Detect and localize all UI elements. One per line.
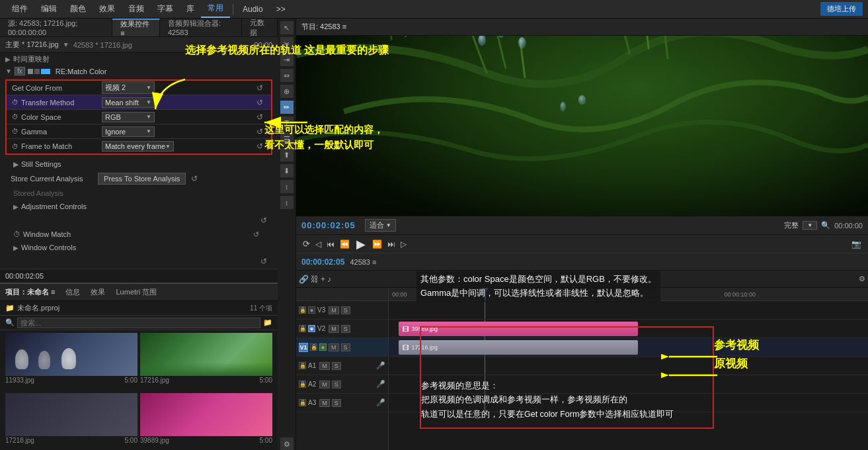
get-color-value[interactable]: 视频 2 ▼ ↺ — [99, 81, 271, 94]
gamma-dropdown[interactable]: Ignore ▼ — [102, 126, 155, 137]
transfer-value[interactable]: Mean shift ▼ ↺ — [99, 97, 271, 108]
v3-m-btn[interactable]: M — [329, 306, 339, 314]
menu-item-common[interactable]: 常用 — [201, 0, 230, 18]
v2-lock[interactable]: 🔒 — [299, 325, 306, 332]
menu-item-audio2[interactable]: Audio — [236, 2, 270, 17]
a3-audio-icon[interactable]: 🎤 — [376, 398, 385, 407]
zoom-icon[interactable]: 🔍 — [821, 221, 830, 230]
tool-camera[interactable]: ⬆ — [280, 148, 294, 161]
tl-btn-link[interactable]: ⛓ — [311, 275, 319, 284]
folder-add-icon[interactable]: 📁 — [263, 318, 272, 327]
v3-vis[interactable]: ● — [308, 306, 315, 314]
btn-camera[interactable]: 📷 — [850, 238, 863, 250]
reset-icon-gamma[interactable]: ↺ — [256, 127, 263, 136]
tab-source[interactable]: 源: 42583; 17216.jpg; 00:00:00:00 — [0, 19, 112, 36]
tab-audio-mixer[interactable]: 音频剪辑混合器: 42583 — [160, 19, 242, 36]
a1-m-btn[interactable]: M — [319, 362, 330, 370]
tool-hand[interactable]: ☰ — [280, 132, 294, 146]
menu-item-audio[interactable]: 音频 — [122, 1, 151, 17]
menu-item-color[interactable]: 颜色 — [63, 1, 93, 17]
btn-mark-in[interactable]: ◁ — [314, 238, 323, 250]
tool-settings[interactable]: ⚙ — [280, 437, 294, 450]
tab-info[interactable]: 信息 — [65, 287, 80, 297]
v2-vis[interactable]: ● — [308, 325, 315, 332]
tab-metadata[interactable]: 元数据 — [242, 19, 278, 36]
tl-btn-add[interactable]: + — [321, 275, 325, 284]
a3-lock[interactable]: 🔒 — [299, 399, 306, 406]
color-space-dropdown[interactable]: RGB ▼ — [102, 112, 155, 122]
v2-s-btn[interactable]: S — [341, 325, 350, 333]
a1-audio-icon[interactable]: 🎤 — [376, 361, 385, 370]
menu-item-edit[interactable]: 编辑 — [34, 1, 63, 17]
btn-play[interactable]: ▶ — [354, 237, 368, 251]
a2-lock[interactable]: 🔒 — [299, 381, 306, 388]
menu-item-groups[interactable]: 组件 — [5, 1, 34, 17]
a2-audio-icon[interactable]: 🎤 — [376, 380, 385, 388]
reset-icon-bottom[interactable]: ↺ — [260, 257, 267, 266]
reset-icon-transfer[interactable]: ↺ — [256, 98, 263, 107]
btn-next-frame[interactable]: ⏭ — [386, 238, 397, 250]
color-space-label: ⏱ Color Space — [7, 113, 99, 121]
upload-button[interactable]: 德培上传 — [820, 2, 863, 16]
btn-loop[interactable]: ⟳ — [301, 238, 311, 250]
tl-btn-settings[interactable]: ⚙ — [859, 275, 865, 283]
tab-lumetri[interactable]: Lumetri 范围 — [116, 287, 157, 297]
tool-expand[interactable]: ↕ — [280, 180, 294, 193]
v1-s-btn[interactable]: S — [341, 343, 350, 351]
tool-compress[interactable]: ↕ — [280, 196, 294, 209]
a1-s-btn[interactable]: S — [332, 362, 341, 370]
reset-icon-adj[interactable]: ↺ — [260, 216, 267, 225]
color-space-value[interactable]: RGB ▼ ↺ — [99, 112, 271, 122]
reset-icon-store[interactable]: ↺ — [191, 174, 198, 183]
fit-dropdown[interactable]: 适合 ▼ — [365, 219, 396, 232]
tool-select[interactable]: ↖ — [280, 21, 294, 34]
menu-item-effects[interactable]: 效果 — [93, 1, 122, 17]
tool-down[interactable]: ⬇ — [280, 164, 294, 177]
reset-icon-get-color[interactable]: ↺ — [256, 83, 263, 93]
tool-razor[interactable]: ✂ — [280, 37, 294, 50]
get-color-dropdown[interactable]: 视频 2 ▼ — [102, 81, 155, 94]
transfer-dropdown[interactable]: Mean shift ▼ — [102, 97, 155, 108]
gamma-value[interactable]: Ignore ▼ ↺ — [99, 126, 271, 137]
tool-roll[interactable]: ⇔ — [280, 69, 294, 82]
v1-lock[interactable]: 🔒 — [310, 343, 317, 351]
a2-m-btn[interactable]: M — [319, 381, 330, 388]
v1-m-btn[interactable]: M — [329, 343, 339, 351]
v3-s-btn[interactable]: S — [341, 306, 350, 314]
tab-effects-control[interactable]: 效果控件 ≡ — [112, 19, 160, 36]
tab-project[interactable]: 项目：未命名 ≡ — [5, 287, 55, 297]
menu-item-library[interactable]: 库 — [180, 1, 201, 17]
complete-dropdown[interactable]: ▼ — [803, 221, 817, 230]
v1-vis[interactable]: ● — [319, 343, 327, 351]
menu-item-captions[interactable]: 字幕 — [151, 1, 180, 17]
tool-zoom[interactable]: ⊕ — [280, 85, 294, 98]
clip-39889[interactable]: 🎞 39889.jpg — [399, 322, 639, 336]
tl-btn-audio-sync[interactable]: ♪ — [327, 275, 331, 284]
tool-ripple[interactable]: ⇥ — [280, 53, 294, 66]
btn-step-fwd[interactable]: ⏩ — [371, 238, 383, 250]
frame-match-dropdown[interactable]: Match every frame ▼ — [102, 141, 174, 152]
reset-icon-fm[interactable]: ↺ — [256, 142, 263, 151]
reset-icon-cs[interactable]: ↺ — [256, 112, 263, 122]
v1-active[interactable]: V1 — [299, 343, 308, 352]
menu-item-more[interactable]: >> — [270, 2, 292, 17]
btn-mark-out[interactable]: ▷ — [399, 238, 408, 250]
search-input[interactable] — [17, 318, 260, 328]
tl-btn-snap[interactable]: 🔗 — [299, 275, 309, 284]
btn-step-back[interactable]: ⏪ — [338, 238, 351, 250]
v3-lock[interactable]: 🔒 — [299, 306, 306, 314]
a3-s-btn[interactable]: S — [332, 399, 341, 407]
clip-17216[interactable]: 🎞 17216.jpg — [399, 340, 639, 355]
frame-match-value[interactable]: Match every frame ▼ ↺ — [99, 141, 271, 152]
press-to-store-btn[interactable]: Press To Store Analysis — [98, 173, 186, 185]
tab-effects2[interactable]: 效果 — [91, 287, 105, 297]
tool-type[interactable]: T — [280, 116, 294, 130]
clip-film-icon2: 🎞 — [403, 344, 409, 351]
btn-prev-frame[interactable]: ⏮ — [325, 238, 336, 250]
v2-m-btn[interactable]: M — [329, 325, 339, 333]
a2-s-btn[interactable]: S — [332, 381, 341, 388]
a1-lock[interactable]: 🔒 — [299, 362, 306, 369]
tool-pen[interactable]: ✏ — [280, 101, 294, 114]
a3-m-btn[interactable]: M — [319, 399, 330, 407]
reset-icon-wm[interactable]: ↺ — [253, 230, 259, 239]
